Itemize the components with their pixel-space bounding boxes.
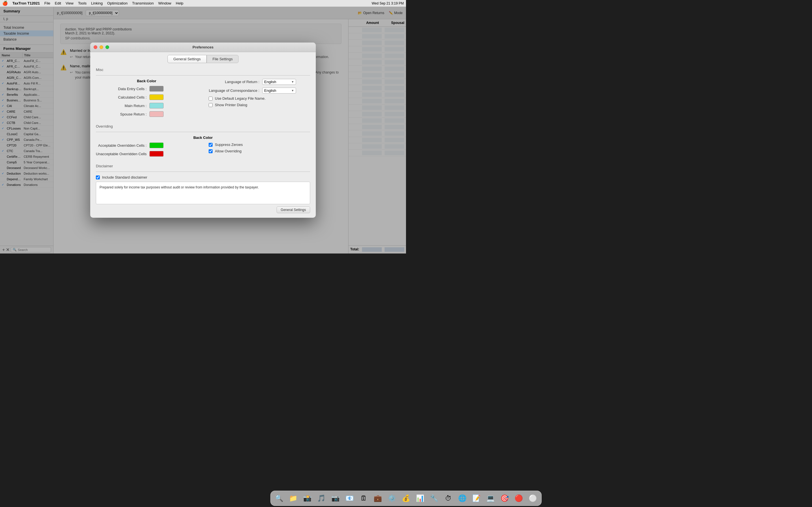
spouse-return-setting: Spouse Return : (96, 111, 197, 117)
language-return-select[interactable]: English ▼ (262, 79, 296, 85)
calculated-label: Calculated Cells : (96, 95, 147, 100)
modal-tabs: General Settings File Settings (90, 52, 316, 63)
menubar-datetime: Wed Sep 21 3:19 PM (371, 1, 404, 5)
general-settings-button[interactable]: General Settings (276, 207, 310, 213)
settings-row-main: Back Color Data Entry Cells : Calculated… (96, 79, 310, 120)
include-standard-checkbox[interactable] (96, 175, 100, 179)
overriding-label: Overriding (96, 124, 310, 128)
chevron-down-icon-2: ▼ (291, 89, 294, 92)
allow-overriding-item: Allow Overriding (209, 149, 310, 153)
menu-file[interactable]: File (44, 1, 50, 5)
menu-help[interactable]: Help (176, 1, 184, 5)
back-color-col: Back Color Data Entry Cells : Calculated… (96, 79, 197, 120)
language-col: Language of Return : English ▼ Language … (209, 79, 310, 120)
acceptable-label: Acceptable Overridden Cells : (96, 144, 147, 148)
spouse-return-color[interactable] (149, 111, 163, 117)
calculated-setting: Calculated Cells : (96, 94, 197, 100)
include-standard-item: Include Standard disclaimer (96, 175, 310, 179)
disclaimer-section: Disclaimer Include Standard disclaimer P… (96, 164, 310, 213)
suppress-zeroes-label: Suppress Zeroes (215, 143, 243, 147)
menu-optimization[interactable]: Optimization (107, 1, 128, 5)
acceptable-color[interactable] (149, 143, 163, 148)
preferences-modal: Preferences General Settings File Settin… (90, 43, 316, 218)
modal-overlay: Preferences General Settings File Settin… (0, 7, 406, 253)
unacceptable-label: Unacceptable Overridden Cells (96, 152, 147, 156)
modal-body: Misc Back Color Data Entry Cells : Calcu… (90, 63, 316, 218)
main-return-setting: Main Return : (96, 103, 197, 108)
back-color-title: Back Color (96, 79, 197, 83)
main-return-color[interactable] (149, 103, 163, 108)
data-entry-label: Data Entry Cells : (96, 87, 147, 91)
unacceptable-setting: Unacceptable Overridden Cells (96, 151, 197, 157)
language-correspondence-select[interactable]: English ▼ (262, 88, 296, 94)
disclaimer-label: Disclaimer (96, 164, 310, 168)
allow-overriding-checkbox[interactable] (209, 149, 213, 153)
minimize-button[interactable] (100, 45, 103, 49)
menu-tools[interactable]: Tools (78, 1, 87, 5)
default-filename-item: Use Default Legacy File Name. (209, 96, 310, 101)
tab-file-settings[interactable]: File Settings (207, 55, 239, 63)
printer-dialog-label: Show Printer Dialog (215, 103, 247, 107)
data-entry-color[interactable] (149, 86, 163, 92)
chevron-down-icon: ▼ (291, 80, 294, 83)
traffic-lights (94, 45, 109, 49)
maximize-button[interactable] (105, 45, 109, 49)
language-return-label: Language of Return : (209, 80, 259, 84)
overriding-settings-row: Acceptable Overridden Cells : Unacceptab… (96, 143, 310, 159)
spouse-return-label: Spouse Return : (96, 112, 147, 116)
language-return-setting: Language of Return : English ▼ (209, 79, 310, 85)
default-filename-checkbox[interactable] (209, 97, 213, 101)
disclaimer-btn-row: General Settings (96, 207, 310, 213)
language-correspondence-setting: Language of Correspondance : English ▼ (209, 88, 310, 94)
default-filename-label: Use Default Legacy File Name. (215, 96, 266, 101)
tab-general-settings[interactable]: General Settings (167, 55, 207, 63)
overriding-color-col: Acceptable Overridden Cells : Unacceptab… (96, 143, 197, 159)
menu-window[interactable]: Window (158, 1, 171, 5)
menu-view[interactable]: View (66, 1, 73, 5)
overriding-section: Overriding Back Color Acceptable Overrid… (96, 124, 310, 159)
language-correspondence-label: Language of Correspondance : (209, 89, 259, 93)
menu-edit[interactable]: Edit (55, 1, 61, 5)
modal-titlebar: Preferences (90, 43, 316, 52)
app-name[interactable]: TaxTron T12021 (12, 1, 40, 5)
suppress-zeroes-checkbox[interactable] (209, 143, 213, 147)
main-return-label: Main Return : (96, 104, 147, 108)
unacceptable-color[interactable] (149, 151, 163, 157)
include-standard-label: Include Standard disclaimer (102, 175, 147, 179)
disclaimer-text: Prepared solely for income tax purposes … (96, 182, 310, 204)
printer-dialog-item: Show Printer Dialog (209, 103, 310, 107)
overriding-checkboxes-col: Suppress Zeroes Allow Overriding (209, 143, 310, 159)
allow-overriding-label: Allow Overriding (215, 149, 242, 153)
menu-transmission[interactable]: Transmission (132, 1, 154, 5)
data-entry-setting: Data Entry Cells : (96, 86, 197, 92)
acceptable-setting: Acceptable Overridden Cells : (96, 143, 197, 148)
apple-menu[interactable]: 🍎 (2, 1, 8, 6)
calculated-color[interactable] (149, 94, 163, 100)
overriding-back-color-title: Back Color (96, 135, 310, 140)
suppress-zeroes-item: Suppress Zeroes (209, 143, 310, 147)
menubar: 🍎 TaxTron T12021 File Edit View Tools Li… (0, 0, 406, 7)
modal-title: Preferences (193, 45, 213, 49)
misc-label: Misc (96, 68, 310, 72)
printer-dialog-checkbox[interactable] (209, 103, 213, 107)
menu-linking[interactable]: Linking (91, 1, 103, 5)
close-button[interactable] (94, 45, 97, 49)
